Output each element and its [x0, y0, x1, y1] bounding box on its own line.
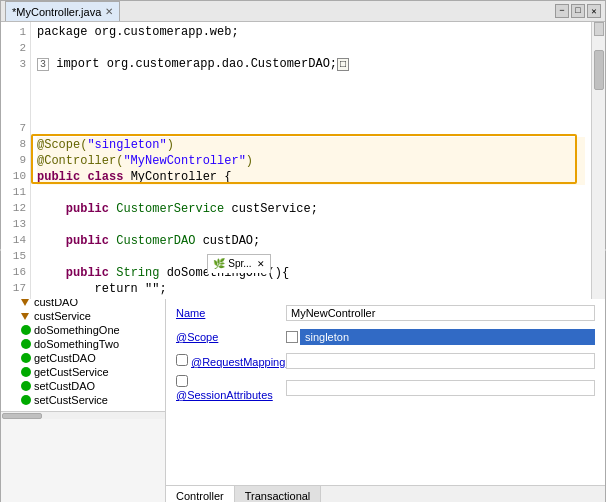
detail-value-name[interactable]: [286, 305, 595, 321]
close-button[interactable]: ✕: [587, 4, 601, 18]
code-line-1: package org.customerapp.web;: [37, 24, 585, 40]
sessionattributes-checkbox[interactable]: [176, 375, 188, 387]
window-controls: − □ ✕: [555, 4, 601, 18]
method-icon: [21, 325, 31, 335]
tab-spr[interactable]: 🌿 Spr... ✕: [207, 254, 270, 274]
code-line-3: 3 import org.customerapp.dao.CustomerDAO…: [37, 56, 585, 73]
tree-item-setCustDAO[interactable]: setCustDAO: [1, 379, 165, 393]
line-numbers: 1 2 3 7 8 9 10 11 12 13 14 15 16 17: [1, 22, 31, 299]
tree-hscroll-thumb[interactable]: [2, 413, 42, 419]
bottom-content: ▼ ◆ MyController custDAO custService doS…: [1, 274, 605, 502]
method-icon: [21, 381, 31, 391]
code-line-14: public CustomerDAO custDAO;: [37, 233, 585, 249]
code-line-10: public class MyController {: [37, 169, 585, 185]
scope-indicator: [286, 331, 298, 343]
detail-row-sessionattributes: @SessionAttributes: [176, 375, 595, 401]
detail-value-requestmapping[interactable]: [286, 353, 595, 369]
tree-item-label: doSomethingOne: [34, 324, 120, 336]
tab-label: *MyController.java: [12, 6, 101, 18]
tree-hscrollbar[interactable]: [1, 411, 165, 419]
details-panel-wrapper: @Controller Name @Scope @RequestMapping: [166, 274, 605, 502]
tree-item-label: custService: [34, 310, 91, 322]
spr-icon: 🌿: [213, 258, 225, 270]
method-icon: [21, 339, 31, 349]
vertical-scrollbar[interactable]: [591, 22, 605, 299]
maximize-button[interactable]: □: [571, 4, 585, 18]
tree-item-doSomethingTwo[interactable]: doSomethingTwo: [1, 337, 165, 351]
tree-item-getCustService[interactable]: getCustService: [1, 365, 165, 379]
code-lines[interactable]: package org.customerapp.web; 3 import or…: [31, 22, 591, 299]
tree-item-label: getCustService: [34, 366, 109, 378]
tree-item-label: setCustDAO: [34, 380, 95, 392]
code-line-11: [37, 185, 585, 201]
code-line-15: [37, 249, 585, 265]
code-view[interactable]: 1 2 3 7 8 9 10 11 12 13 14 15 16 17: [1, 22, 591, 299]
code-line-17: return "";: [37, 281, 585, 297]
detail-tab-transactional[interactable]: Transactional: [235, 486, 322, 502]
method-icon: [21, 353, 31, 363]
code-line-8: @Scope("singleton"): [37, 137, 585, 153]
tree-item-label: doSomethingTwo: [34, 338, 119, 350]
code-line-7: [37, 121, 585, 137]
detail-value-scope[interactable]: [300, 329, 595, 345]
tree-item-label: getCustDAO: [34, 352, 96, 364]
minimize-button[interactable]: −: [555, 4, 569, 18]
code-line-16: public String doSomethingOne(){: [37, 265, 585, 281]
detail-label-name[interactable]: Name: [176, 307, 286, 319]
code-line-2: [37, 40, 585, 56]
field-icon: [21, 313, 29, 320]
editor-tab-bar: *MyController.java ✕ − □ ✕: [1, 1, 605, 22]
detail-row-requestmapping: @RequestMapping: [176, 351, 595, 371]
editor-area: *MyController.java ✕ − □ ✕ 1 2 3 7 8 9 1…: [0, 0, 606, 248]
method-icon: [21, 395, 31, 405]
tree-item-label: setCustService: [34, 394, 108, 406]
tree-panel-wrapper: ▼ ◆ MyController custDAO custService doS…: [1, 274, 166, 502]
code-line-5: [37, 89, 585, 105]
tab-spr-close[interactable]: ✕: [257, 259, 265, 269]
details-panel: @Controller Name @Scope @RequestMapping: [166, 274, 605, 485]
detail-label-scope[interactable]: @Scope: [176, 331, 286, 343]
tree-item-setCustService[interactable]: setCustService: [1, 393, 165, 407]
tab-spr-label: Spr...: [228, 258, 251, 269]
detail-value-sessionattributes[interactable]: [286, 380, 595, 396]
tree-item-custService[interactable]: custService: [1, 309, 165, 323]
detail-tab-controller[interactable]: Controller: [166, 486, 235, 502]
field-icon: [21, 299, 29, 306]
detail-tab-bar: Controller Transactional: [166, 485, 605, 502]
tree-item-doSomethingOne[interactable]: doSomethingOne: [1, 323, 165, 337]
detail-label-requestmapping[interactable]: @RequestMapping: [176, 354, 286, 368]
tab-close-icon[interactable]: ✕: [105, 6, 113, 17]
code-line-13: [37, 217, 585, 233]
tree-item-getCustDAO[interactable]: getCustDAO: [1, 351, 165, 365]
detail-label-sessionattributes[interactable]: @SessionAttributes: [176, 375, 286, 401]
scrollbar-thumb[interactable]: [594, 50, 604, 90]
code-line-6: [37, 105, 585, 121]
code-editor: 1 2 3 7 8 9 10 11 12 13 14 15 16 17: [1, 22, 605, 299]
code-line-9: @Controller("MyNewController"): [37, 153, 585, 169]
detail-row-name: Name: [176, 303, 595, 323]
code-line-12: public CustomerService custService;: [37, 201, 585, 217]
method-icon: [21, 367, 31, 377]
editor-tab[interactable]: *MyController.java ✕: [5, 1, 120, 21]
requestmapping-checkbox[interactable]: [176, 354, 188, 366]
detail-row-scope: @Scope: [176, 327, 595, 347]
code-line-4: [37, 73, 585, 89]
